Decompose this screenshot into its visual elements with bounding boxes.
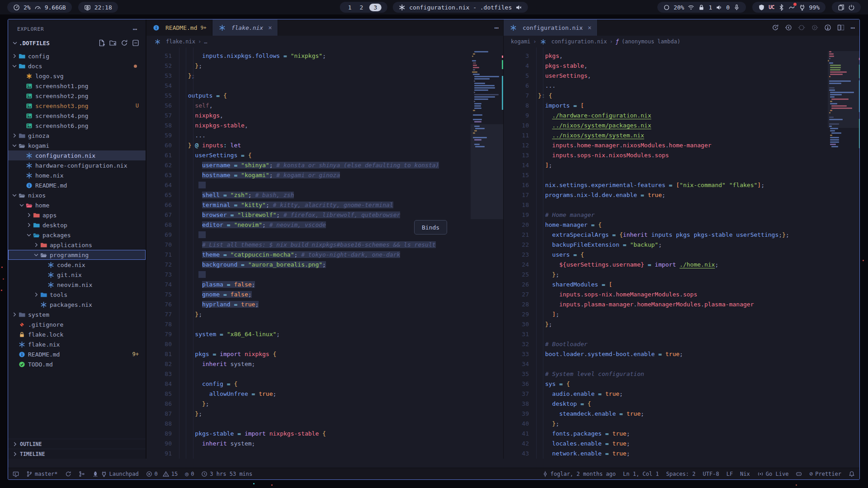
problems-item[interactable]: 0 15	[146, 471, 178, 477]
tree-item-home-nix[interactable]: home.nix	[8, 170, 146, 180]
tree-item-screenshot6-png[interactable]: screenshot6.png	[8, 121, 146, 131]
tree-item-hardware-configuration-nix[interactable]: hardware-configuration.nix	[8, 160, 146, 170]
ports-item[interactable]: ◎0	[185, 470, 194, 477]
notifications-bell[interactable]	[849, 471, 855, 477]
tree-item-ginoza[interactable]: ginoza	[8, 131, 146, 141]
encoding-setting[interactable]: UTF-8	[703, 471, 719, 477]
tree-item-system[interactable]: system	[8, 310, 146, 319]
git-branch-item[interactable]: master*	[26, 471, 58, 477]
git-blame-item[interactable]: foglar, 2 months ago	[542, 471, 616, 477]
tree-item-code-nix[interactable]: code.nix	[8, 260, 146, 270]
nav-back-icon[interactable]	[785, 24, 792, 31]
formatter-status[interactable]: ⊘Prettier	[809, 470, 841, 477]
tree-item-todo-md[interactable]: TODO.md	[8, 359, 146, 369]
minimap[interactable]	[471, 47, 503, 459]
editor-more-actions[interactable]: ⋯	[490, 23, 503, 32]
timeline-section[interactable]: TIMELINE	[8, 449, 146, 459]
breadcrumb-item[interactable]: …	[204, 38, 207, 45]
tray-app-icon[interactable]: UC	[769, 4, 774, 10]
breadcrumb-item[interactable]: (anonymous lambda)	[622, 38, 680, 45]
tree-item-screenshot4-png[interactable]: screenshot4.png	[8, 111, 146, 121]
tracked-time-item[interactable]: 3 hrs 53 mins	[201, 471, 252, 477]
breadcrumb-item[interactable]: flake.nix	[166, 38, 195, 45]
system-stats-pill[interactable]: 2% 9.66GB	[7, 2, 72, 13]
session-pill[interactable]	[832, 2, 861, 13]
breadcrumb-item[interactable]: kogami	[511, 38, 530, 45]
tree-item-flake-lock[interactable]: flake.lock	[8, 329, 146, 339]
tree-item--gitignore[interactable]: .gitignore	[8, 319, 146, 329]
hardware-pill[interactable]: 20% 1 0	[657, 2, 746, 13]
tree-item-configuration-nix[interactable]: configuration.nix	[8, 150, 146, 160]
workspace-root-row[interactable]: .DOTFILES	[8, 37, 146, 49]
close-tab-icon[interactable]: ×	[268, 24, 272, 31]
split-editor-icon[interactable]	[837, 24, 844, 31]
tray-pill[interactable]: UC 99%	[752, 2, 826, 13]
new-file-button[interactable]	[98, 39, 105, 47]
timeline-history-icon[interactable]	[772, 24, 779, 31]
tab-readme[interactable]: README.md 9+	[146, 19, 212, 36]
tab-configuration[interactable]: configuration.nix ×	[504, 19, 598, 36]
tree-item-nixos[interactable]: nixos	[8, 190, 146, 200]
tree-item-readme-md[interactable]: README.md	[8, 180, 146, 190]
new-folder-button[interactable]	[109, 39, 117, 47]
tree-item-tools[interactable]: tools	[8, 290, 146, 300]
indentation-setting[interactable]: Spaces: 2	[666, 471, 696, 477]
run-file-icon[interactable]	[824, 24, 831, 31]
tree-item-readme-md[interactable]: README.md9+	[8, 349, 146, 359]
image-icon	[26, 93, 33, 99]
tree-item-home[interactable]: home	[8, 200, 146, 210]
editor-more-actions[interactable]: ⋯	[850, 23, 855, 32]
next-change-icon[interactable]	[811, 24, 818, 31]
cursor-position[interactable]: Ln 1, Col 1	[623, 471, 659, 477]
tree-item-neovim-nix[interactable]: neovim.nix	[8, 280, 146, 290]
code-line-77: };	[181, 310, 471, 319]
tree-item-logo-svg[interactable]: logo.svg	[8, 71, 146, 81]
tree-item-kogami[interactable]: kogami	[8, 141, 146, 150]
workspace-3[interactable]: 3	[369, 4, 382, 11]
tree-item-docs[interactable]: docs	[8, 61, 146, 71]
outline-section[interactable]: OUTLINE	[8, 439, 146, 449]
image-icon	[26, 122, 33, 129]
tree-item-screenshot3-png[interactable]: screenshot3.pngU	[8, 101, 146, 111]
tree-item-label: flake.nix	[28, 341, 60, 348]
code-editor-flake[interactable]: 5152535455565758596061626364656667686970…	[146, 47, 471, 459]
tree-item-screenshot2-png[interactable]: screenshot2.png	[8, 91, 146, 101]
tree-item-flake-nix[interactable]: flake.nix	[8, 339, 146, 349]
code-line-52: };	[181, 61, 471, 71]
tree-item-applications[interactable]: applications	[8, 240, 146, 250]
tree-item-programming[interactable]: programming	[8, 250, 146, 260]
sync-changes-button[interactable]	[65, 471, 71, 477]
workspaces-pill[interactable]: 123	[340, 2, 387, 13]
code-editor-configuration[interactable]: 3456789101112131415161718192021222324252…	[504, 47, 828, 459]
tab-flake[interactable]: flake.nix ×	[212, 19, 278, 36]
mute-icon[interactable]	[515, 4, 522, 11]
language-mode[interactable]: Nix	[740, 471, 750, 477]
tree-item-apps[interactable]: apps	[8, 210, 146, 220]
tree-item-packages-nix[interactable]: packages.nix	[8, 300, 146, 310]
clock-pill[interactable]: 22:18	[78, 2, 118, 13]
eol-setting[interactable]: LF	[726, 471, 733, 477]
tree-item-screenshot1-png[interactable]: screenshot1.png	[8, 81, 146, 91]
prev-change-icon[interactable]	[798, 24, 805, 31]
refresh-explorer-button[interactable]	[121, 39, 128, 47]
minimap[interactable]	[828, 47, 860, 459]
remote-indicator[interactable]	[13, 471, 19, 477]
brightness-level: 20%	[674, 4, 684, 11]
workspace-2[interactable]: 2	[358, 4, 366, 11]
tree-item-config[interactable]: config	[8, 51, 146, 61]
notification-tray-icon[interactable]	[788, 4, 795, 11]
collapse-folders-button[interactable]	[132, 39, 139, 47]
copilot-status[interactable]	[796, 471, 802, 477]
close-tab-icon[interactable]: ×	[588, 24, 591, 31]
tree-item-label: code.nix	[57, 262, 85, 268]
go-live-button[interactable]: Go Live	[757, 471, 789, 477]
pull-request-button[interactable]	[79, 471, 85, 477]
launchpad-item[interactable]: Launchpad	[92, 471, 139, 477]
tree-item-desktop[interactable]: desktop	[8, 220, 146, 230]
tree-item-label: git.nix	[57, 272, 82, 278]
tree-item-git-nix[interactable]: git.nix	[8, 270, 146, 280]
tree-item-packages[interactable]: packages	[8, 230, 146, 240]
workspace-1[interactable]: 1	[346, 4, 354, 11]
explorer-more-actions[interactable]: ⋯	[133, 25, 137, 33]
breadcrumb-item[interactable]: configuration.nix	[552, 38, 607, 45]
